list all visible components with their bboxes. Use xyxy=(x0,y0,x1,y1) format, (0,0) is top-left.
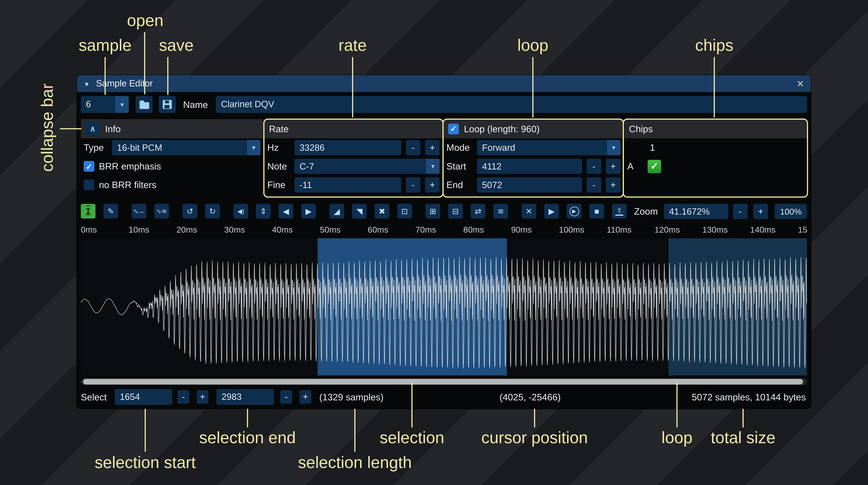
loop-end-decrement-button[interactable]: - xyxy=(587,177,601,193)
zoom-reset-button[interactable]: 100% xyxy=(775,204,807,219)
waveform-scrollbar-thumb[interactable] xyxy=(83,379,803,385)
draw-button[interactable]: ✎ xyxy=(103,204,118,219)
no-brr-filters-checkbox[interactable] xyxy=(84,180,94,190)
undo-button[interactable]: ↺ xyxy=(182,204,197,219)
amplify-icon: ◀) xyxy=(237,208,244,215)
reverse-button[interactable]: ◀ xyxy=(279,204,293,219)
hz-increment-button[interactable]: + xyxy=(425,140,440,155)
open-button[interactable] xyxy=(135,96,153,113)
invert-button[interactable]: ▶ xyxy=(301,204,316,219)
chips-panel-header: Chips xyxy=(624,119,807,138)
loop-start-increment-button[interactable]: + xyxy=(606,159,620,174)
hz-decrement-button[interactable]: - xyxy=(406,140,421,155)
titlebar[interactable]: Sample Editor xyxy=(77,75,811,92)
amplify-button[interactable]: ◀) xyxy=(233,204,248,219)
stop-button[interactable]: ■ xyxy=(589,204,604,219)
trim-icon: ⊡ xyxy=(401,207,408,215)
no-brr-filters-label: no BRR filters xyxy=(99,180,156,190)
annotation-sample-line xyxy=(104,57,106,95)
save-button[interactable] xyxy=(159,96,176,113)
sample-selector[interactable]: 6 xyxy=(81,96,129,113)
center-button[interactable]: ⇄ xyxy=(471,204,485,219)
delete-icon: ✖ xyxy=(379,207,385,215)
cursor-position-text: (4025, -25466) xyxy=(500,392,561,402)
fine-increment-button[interactable]: + xyxy=(425,177,440,193)
resize-button[interactable]: ∿↔ xyxy=(132,204,146,219)
annotation-total-size-label: total size xyxy=(711,429,775,447)
note-dropdown[interactable]: C-7 xyxy=(294,159,440,174)
loop-end-input[interactable] xyxy=(477,177,582,193)
crossfade-button[interactable]: ✕ xyxy=(522,204,536,219)
preview-button[interactable]: ▶ xyxy=(544,204,559,219)
hz-input[interactable] xyxy=(294,140,401,155)
window-collapse-icon[interactable] xyxy=(84,78,90,89)
panels-row: Info Type 16-bit PCM BRR emphasis no BRR… xyxy=(81,119,807,195)
resample-button[interactable]: ∿≋ xyxy=(154,204,169,219)
annotation-selection-end-label: selection end xyxy=(199,429,296,447)
play-cursor-icon: ▶ xyxy=(569,206,579,216)
zoom-label: Zoom xyxy=(634,206,658,217)
ruler-tick: 130ms xyxy=(702,225,728,234)
fine-input[interactable] xyxy=(294,177,401,193)
normalize-button[interactable]: ⇕ xyxy=(256,204,271,219)
stop-icon: ■ xyxy=(594,207,599,215)
brr-emphasis-checkbox[interactable] xyxy=(84,161,94,172)
fine-decrement-button[interactable]: - xyxy=(406,177,421,193)
trim-button[interactable]: ⊡ xyxy=(397,204,412,219)
ruler-tick: 10ms xyxy=(129,225,149,234)
zoom-out-button[interactable]: - xyxy=(733,204,748,219)
loop-start-input[interactable] xyxy=(477,159,582,174)
selection-start-increment-button[interactable]: + xyxy=(197,390,209,403)
loop-end-increment-button[interactable]: + xyxy=(606,177,620,193)
ruler-tick: 20ms xyxy=(176,225,197,234)
chip-a-checkbox[interactable] xyxy=(648,160,661,173)
apply-silence-button[interactable]: ⊟ xyxy=(448,204,463,219)
apply-silence-icon: ⊟ xyxy=(452,207,459,215)
insert-silence-button[interactable]: ⊞ xyxy=(426,204,440,219)
rate-panel-header: Rate xyxy=(265,119,442,138)
loop-start-decrement-button[interactable]: - xyxy=(587,159,601,174)
waveform-scrollbar-track xyxy=(81,378,807,385)
import-button[interactable]: ⇧ xyxy=(612,204,627,219)
chevron-down-icon xyxy=(247,140,260,155)
preview-icon: ▶ xyxy=(549,207,555,215)
type-dropdown[interactable]: 16-bit PCM xyxy=(112,140,260,155)
annotation-selection-length-line xyxy=(354,409,355,452)
rate-header-label: Rate xyxy=(269,123,288,134)
annotation-total-size-line xyxy=(743,409,744,427)
play-cursor-button[interactable]: ▶ xyxy=(567,204,582,219)
resample-icon: ∿≋ xyxy=(156,208,167,215)
undo-icon: ↺ xyxy=(187,207,193,215)
zoom-input[interactable] xyxy=(664,204,728,219)
ruler-tick: 150ms xyxy=(798,225,807,234)
fade-out-button[interactable]: ◥ xyxy=(352,204,367,219)
type-label: Type xyxy=(84,142,107,153)
filter-button[interactable]: ≋ xyxy=(493,204,508,219)
brr-emphasis-label: BRR emphasis xyxy=(99,161,161,172)
annotation-sample-label: sample xyxy=(79,36,131,55)
annotation-chips-label: chips xyxy=(695,36,733,55)
loop-mode-dropdown[interactable]: Forward xyxy=(477,140,620,155)
selection-start-decrement-button[interactable]: - xyxy=(178,390,189,403)
selection-end-input[interactable] xyxy=(216,389,274,405)
edit-mode-icon: I xyxy=(86,207,91,216)
fade-in-icon: ◢ xyxy=(334,207,340,215)
delete-button[interactable]: ✖ xyxy=(375,204,390,219)
fade-out-icon: ◥ xyxy=(356,207,363,215)
chip-index: 1 xyxy=(650,142,655,153)
waveform-display[interactable] xyxy=(81,238,807,376)
redo-button[interactable]: ↻ xyxy=(205,204,220,219)
loop-checkbox[interactable] xyxy=(448,123,459,134)
fade-in-button[interactable]: ◢ xyxy=(330,204,344,219)
zoom-in-button[interactable]: + xyxy=(753,204,768,219)
reverse-icon: ◀ xyxy=(283,207,289,215)
name-input[interactable] xyxy=(216,96,807,113)
ruler-tick: 120ms xyxy=(654,225,680,234)
selection-end-increment-button[interactable]: + xyxy=(300,390,311,403)
edit-mode-button[interactable]: I xyxy=(81,204,95,219)
loop-end-label: End xyxy=(446,180,472,190)
selection-start-input[interactable] xyxy=(115,389,173,405)
collapse-bar-button[interactable] xyxy=(85,122,100,136)
close-icon[interactable] xyxy=(797,78,804,89)
selection-end-decrement-button[interactable]: - xyxy=(280,390,292,403)
